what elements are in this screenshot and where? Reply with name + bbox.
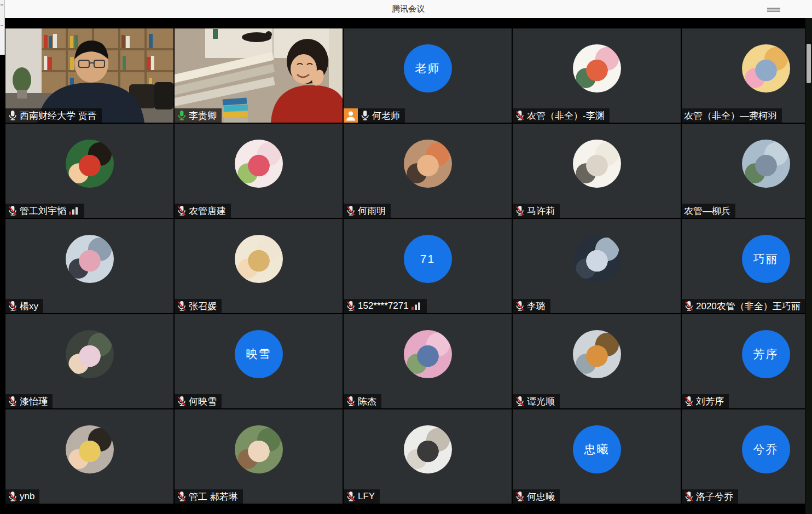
mic-muted-icon (177, 491, 187, 502)
participant-tile[interactable]: 李贵卿 (175, 28, 343, 123)
participant-nameplate: 何雨明 (344, 204, 391, 218)
participant-name: 陈杰 (358, 395, 376, 408)
mic-muted-icon (346, 301, 356, 311)
participant-tile[interactable]: 管工 郝若琳 (175, 409, 343, 504)
participant-nameplate: 楊xy (5, 299, 43, 313)
participant-name: 何老师 (372, 109, 400, 122)
participant-tile[interactable]: 西南财经大学 贾晋 (5, 28, 173, 123)
mic-muted-icon (8, 205, 18, 216)
mic-muted-icon (177, 205, 187, 216)
video-grid: 西南财经大学 贾晋李贵卿老师何老师农管（非全）-李渊农管（非全）—龚柯羽管工刘宇… (0, 18, 812, 504)
mic-muted-icon (684, 396, 694, 407)
participant-tile[interactable]: 芳序刘芳序 (682, 314, 812, 408)
participant-name: 马许莉 (527, 205, 555, 217)
participant-tile[interactable]: 兮乔洛子兮乔 (682, 409, 812, 504)
participant-nameplate: 2020农管（非全）王巧丽 (682, 299, 805, 313)
avatar-initials: 兮乔 (742, 425, 790, 473)
mic-muted-icon (8, 396, 18, 407)
participant-nameplate: 谭光顺 (513, 394, 560, 408)
scrollbar-thumb[interactable] (807, 44, 811, 83)
mic-on-icon (8, 110, 18, 121)
participant-name: 农管（非全）-李渊 (527, 109, 605, 122)
avatar-initials: 巧丽 (742, 235, 790, 283)
participant-nameplate: 何映雪 (175, 394, 222, 408)
avatar-initials: 71 (404, 235, 452, 283)
mic-muted-icon (515, 396, 525, 407)
mic-muted-icon (515, 110, 525, 121)
mic-muted-icon (346, 491, 356, 502)
participant-nameplate: 李璐 (513, 299, 550, 313)
vertical-scrollbar[interactable] (805, 18, 812, 514)
participant-name: 张召媛 (189, 300, 217, 313)
participant-nameplate: ynb (5, 489, 39, 504)
mic-on-icon (360, 110, 370, 121)
participant-tile[interactable]: 陈杰 (344, 314, 512, 408)
avatar-photo (66, 425, 114, 473)
participant-nameplate: 农管—柳兵 (682, 204, 735, 218)
mic-muted-icon (8, 491, 18, 502)
minimize-button[interactable] (767, 8, 780, 12)
participant-name: 管工 郝若琳 (189, 490, 238, 503)
participant-tile[interactable]: 何雨明 (344, 124, 512, 218)
participant-nameplate: 刘芳序 (682, 394, 729, 408)
participant-nameplate: 何老师 (344, 108, 405, 123)
participant-tile[interactable]: 农管（非全）-李渊 (513, 28, 681, 123)
avatar-initials: 映雪 (235, 330, 283, 378)
participant-nameplate: 洛子兮乔 (682, 489, 738, 504)
participant-tile[interactable]: 谭光顺 (513, 314, 681, 408)
window-title: 腾讯会议 (392, 4, 425, 14)
mic-muted-icon (515, 205, 525, 216)
participant-tile[interactable]: 71152****7271 (344, 219, 512, 313)
avatar-photo (235, 425, 283, 473)
participant-tile[interactable]: 漆怡瑾 (5, 314, 173, 408)
avatar-initials: 忠曦 (573, 425, 621, 473)
avatar-photo (404, 140, 452, 188)
participant-name: 刘芳序 (696, 395, 724, 408)
mic-muted-icon (684, 301, 694, 311)
mic-muted-icon (515, 301, 525, 311)
participant-tile[interactable]: LFY (344, 409, 512, 504)
participant-name: 楊xy (20, 300, 38, 313)
participant-nameplate: 西南财经大学 贾晋 (5, 108, 102, 123)
participant-name: 漆怡瑾 (20, 395, 48, 408)
avatar-initials: 老师 (404, 44, 452, 93)
participant-name: 152****7271 (358, 301, 409, 311)
participant-name: 洛子兮乔 (696, 490, 733, 503)
avatar-photo (573, 235, 621, 283)
participant-tile[interactable]: 农管—柳兵 (682, 124, 812, 218)
participant-nameplate: 管工刘宇韬 (5, 204, 84, 218)
participant-name: 谭光顺 (527, 395, 555, 408)
participant-tile[interactable]: 老师何老师 (344, 28, 512, 123)
participant-tile[interactable]: ynb (5, 409, 173, 504)
participant-tile[interactable]: 忠曦何忠曦 (513, 409, 681, 504)
participant-tile[interactable]: 管工刘宇韬 (5, 124, 173, 218)
participant-name: ynb (20, 491, 34, 502)
participant-tile[interactable]: 农管唐建 (175, 124, 343, 218)
avatar-photo (742, 140, 790, 188)
avatar-photo (235, 235, 283, 283)
participant-name: 农管唐建 (189, 205, 226, 217)
participant-name: 农管—柳兵 (684, 205, 730, 217)
participant-nameplate: 李贵卿 (175, 108, 222, 123)
participant-tile[interactable]: 李璐 (513, 219, 681, 313)
mic-muted-icon (684, 491, 694, 502)
participant-tile[interactable]: 张召媛 (175, 219, 343, 313)
participant-name: 农管（非全）—龚柯羽 (684, 109, 777, 122)
participant-tile[interactable]: 楊xy (5, 219, 173, 313)
participant-nameplate: 农管（非全）—龚柯羽 (682, 108, 782, 123)
participant-tile[interactable]: 巧丽2020农管（非全）王巧丽 (682, 219, 812, 313)
participant-nameplate: 马许莉 (513, 204, 560, 218)
participant-tile[interactable]: 农管（非全）—龚柯羽 (682, 28, 812, 123)
participant-nameplate: 张召媛 (175, 299, 222, 313)
participant-tile[interactable]: 马许莉 (513, 124, 681, 218)
participant-name: 西南财经大学 贾晋 (20, 109, 97, 122)
participant-tile[interactable]: 映雪何映雪 (175, 314, 343, 408)
mic-muted-icon (177, 396, 187, 407)
window-titlebar: 腾讯会议 (4, 0, 812, 18)
host-badge-icon (344, 108, 358, 123)
participant-nameplate: 管工 郝若琳 (175, 489, 243, 504)
participant-name: 管工刘宇韬 (20, 205, 66, 217)
participant-nameplate: 152****7271 (344, 299, 427, 313)
participant-name: 何映雪 (189, 395, 217, 408)
mic-active-icon (177, 110, 187, 121)
